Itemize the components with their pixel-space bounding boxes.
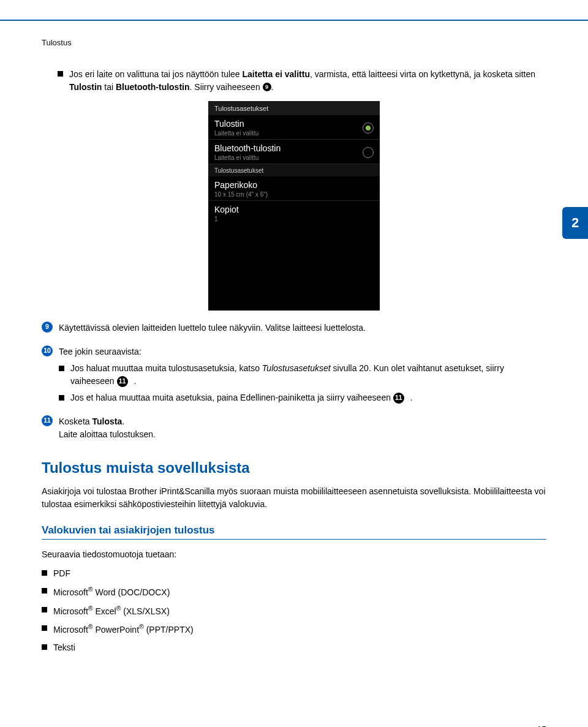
heading-tulostus-muista: Tulostus muista sovelluksista xyxy=(42,459,546,477)
phone-screenshot: Tulostusasetukset Tulostin Laitetta ei v… xyxy=(208,101,380,311)
page-number: 15 xyxy=(537,725,546,727)
step-9-text: Käytettävissä olevien laitteiden luettel… xyxy=(59,322,546,334)
section-label: Tulostus xyxy=(42,38,546,47)
screenshot-row-sub: 10 x 15 cm (4" x 6") xyxy=(214,191,268,198)
list-item-text: Teksti xyxy=(42,641,546,654)
step-number-10-icon: 10 xyxy=(42,345,53,356)
step-11-line2: Laite aloittaa tulostuksen. xyxy=(59,428,546,441)
screenshot-row-main: Tulostin xyxy=(214,119,258,129)
screenshot-row-bluetooth: Bluetooth-tulostin Laitetta ei valittu xyxy=(208,140,380,164)
screenshot-row-kopiot: Kopiot 1 xyxy=(208,201,380,225)
step-11-line1: Kosketa Tulosta. xyxy=(59,415,546,428)
heading-underline xyxy=(42,539,546,540)
square-bullet-icon xyxy=(42,588,47,593)
list-item-pdf: PDF xyxy=(42,567,546,580)
chapter-tab: 2 xyxy=(562,207,588,239)
square-bullet-icon xyxy=(42,644,47,650)
paragraph-after-h2: Asiakirjoja voi tulostaa Brother iPrint&… xyxy=(42,485,546,511)
screenshot-row-main: Bluetooth-tulostin xyxy=(214,143,281,153)
screenshot-row-paperikoko: Paperikoko 10 x 15 cm (4" x 6") xyxy=(208,176,380,201)
paragraph-after-h3: Seuraavia tiedostomuotoja tuetaan: xyxy=(42,548,546,561)
list-item-word: Microsoft® Word (DOC/DOCX) xyxy=(42,585,546,599)
list-item-excel: Microsoft® Excel® (XLS/XLSX) xyxy=(42,604,546,618)
heading-valokuvien: Valokuvien tai asiakirjojen tulostus xyxy=(42,524,546,537)
step-ref-11-icon: 11 xyxy=(117,376,128,387)
step-10: 10 Tee jokin seuraavista: Jos haluat muu… xyxy=(42,345,546,404)
step-number-9-icon: 9 xyxy=(42,322,53,333)
square-bullet-icon xyxy=(42,607,47,612)
radio-unselected-icon xyxy=(363,147,374,158)
step-9: 9 Käytettävissä olevien laitteiden luett… xyxy=(42,322,546,334)
intro-text: Jos eri laite on valittuna tai jos näytt… xyxy=(69,68,546,94)
screenshot-row-main: Paperikoko xyxy=(214,180,268,190)
radio-selected-icon xyxy=(363,122,374,134)
top-rule xyxy=(0,20,588,21)
square-bullet-icon xyxy=(42,570,47,576)
screenshot-row-tulostin: Tulostin Laitetta ei valittu xyxy=(208,115,380,140)
list-item-powerpoint: Microsoft® PowerPoint® (PPT/PPTX) xyxy=(42,622,546,636)
intro-paragraph: Jos eri laite on valittuna tai jos näytt… xyxy=(58,68,546,94)
filetype-list: PDF Microsoft® Word (DOC/DOCX) Microsoft… xyxy=(42,567,546,654)
step-ref-9-icon: 9 xyxy=(263,83,271,91)
screenshot-section-label: Tulostusasetukset xyxy=(208,164,380,176)
screenshot-row-sub: Laitetta ei valittu xyxy=(214,130,258,137)
step-10-bullet-1: Jos haluat muuttaa muita tulostusasetuks… xyxy=(59,362,546,388)
screenshot-row-sub: 1 xyxy=(214,216,239,222)
square-bullet-icon xyxy=(42,625,47,631)
step-number-11-icon: 11 xyxy=(42,415,53,426)
square-bullet-icon xyxy=(59,395,64,401)
square-bullet-icon xyxy=(58,71,63,77)
square-bullet-icon xyxy=(59,366,64,371)
step-11: 11 Kosketa Tulosta. Laite aloittaa tulos… xyxy=(42,415,546,441)
screenshot-title: Tulostusasetukset xyxy=(208,101,380,115)
screenshot-row-sub: Laitetta ei valittu xyxy=(214,154,281,161)
step-ref-11-icon: 11 xyxy=(393,393,404,404)
screenshot-row-main: Kopiot xyxy=(214,205,239,214)
step-10-bullet-2: Jos et halua muuttaa muita asetuksia, pa… xyxy=(59,391,546,404)
step-10-lead: Tee jokin seuraavista: xyxy=(59,345,546,358)
